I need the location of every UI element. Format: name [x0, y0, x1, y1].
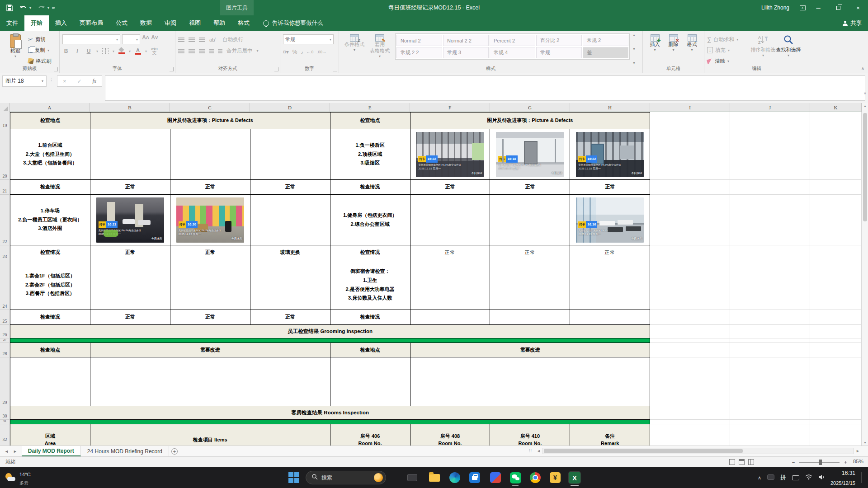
- row-header-21[interactable]: 21: [0, 180, 10, 195]
- ribbon-tab-7[interactable]: 审阅: [158, 15, 183, 31]
- underline-button[interactable]: U: [85, 48, 92, 54]
- cell-k25[interactable]: [810, 310, 862, 325]
- cell-i20[interactable]: [650, 129, 730, 180]
- insert-cells-button[interactable]: ✚ 插入▾: [646, 33, 664, 66]
- cell-k20[interactable]: [810, 129, 862, 180]
- share-button[interactable]: 共享: [843, 15, 862, 31]
- photo-bluedoor[interactable]: 打卡16:22 贵州省贵阳市南明区 PA·PA商业综合体2025.12.15 星…: [576, 132, 644, 177]
- cell-e23[interactable]: 检查情况: [330, 245, 410, 260]
- cell-h25[interactable]: [570, 310, 650, 325]
- restore-button[interactable]: [828, 0, 848, 15]
- enter-icon[interactable]: ✓: [77, 78, 81, 84]
- cell-b24[interactable]: [90, 260, 170, 310]
- ribbon-tab-4[interactable]: 页面布局: [73, 15, 109, 31]
- conditional-formatting-button[interactable]: ≠ 条件格式▾: [342, 33, 367, 66]
- font-size-combo[interactable]: ▾: [122, 34, 140, 44]
- bold-button[interactable]: B: [62, 48, 70, 54]
- orientation-icon[interactable]: ab̸: [209, 37, 215, 42]
- cell-e25[interactable]: 检查情况: [330, 310, 410, 325]
- delete-cells-button[interactable]: ✕ 删除▾: [664, 33, 683, 66]
- photo-corridor[interactable]: 打卡16:18 贵州省贵阳市南明区 PA·PA商业综合体2025.12.15 星…: [496, 132, 564, 177]
- grow-font-icon[interactable]: A˄: [142, 34, 149, 44]
- font-color-icon[interactable]: A: [135, 48, 141, 55]
- taskbar-chrome[interactable]: [529, 471, 542, 484]
- zoom-slider[interactable]: [799, 462, 840, 463]
- cell-k26[interactable]: [810, 325, 862, 338]
- taskbar-excel[interactable]: X: [568, 471, 581, 484]
- cell-d21[interactable]: 正常: [250, 180, 330, 195]
- format-as-table-button[interactable]: ✎ 套用 表格格式▾: [367, 33, 392, 66]
- cell-d23[interactable]: 玻璃更换: [250, 245, 330, 260]
- formula-bar-collapse-icon[interactable]: ˅: [864, 91, 866, 96]
- cell-j32[interactable]: [730, 424, 810, 446]
- cell-style-option[interactable]: Normal 2 2: [443, 35, 489, 46]
- cell-h22-photo[interactable]: 打卡16:16 贵州省贵阳市南明区 PA·PA商业综合体2025.12.15 星…: [570, 195, 650, 245]
- ribbon-tab-6[interactable]: 数据: [134, 15, 158, 31]
- cell-g21[interactable]: 正常: [490, 180, 570, 195]
- format-cells-button[interactable]: ↔ 格式▾: [683, 33, 701, 66]
- wrap-text-button[interactable]: 自动换行: [222, 36, 243, 43]
- cell-c23[interactable]: 正常: [170, 245, 250, 260]
- cell-j21[interactable]: [730, 180, 810, 195]
- cell-a22[interactable]: 1.停车场 2.负一楼员工区域（更衣间） 3.酒店外围: [10, 195, 90, 245]
- cell-j29[interactable]: [730, 357, 810, 406]
- align-right-icon[interactable]: [199, 49, 205, 53]
- search-doodle-icon[interactable]: [374, 473, 383, 482]
- align-middle-icon[interactable]: [189, 38, 195, 42]
- column-header-I[interactable]: I: [650, 103, 730, 112]
- hscroll-left-icon[interactable]: ◄: [535, 449, 542, 453]
- vertical-scrollbar[interactable]: ▲ ▼: [862, 103, 868, 446]
- cell-j25[interactable]: [730, 310, 810, 325]
- cell-a21[interactable]: 检查情况: [10, 180, 90, 195]
- cell-k23[interactable]: [810, 245, 862, 260]
- cell-f28-merged[interactable]: 需要改进: [410, 343, 651, 357]
- cell-d20[interactable]: [250, 129, 330, 180]
- cell-a30-merged[interactable]: 客房检查结果 Rooms Inspection: [10, 406, 650, 420]
- cell-a27-merged[interactable]: [10, 338, 650, 343]
- cell-j26[interactable]: [730, 325, 810, 338]
- cell-d22[interactable]: [250, 195, 330, 245]
- row-header-31[interactable]: 31: [0, 420, 10, 424]
- cell-b19-merged[interactable]: 图片及待改进事项：Picture & Defects: [90, 112, 330, 129]
- cell-style-option[interactable]: 百分比 2: [536, 35, 582, 46]
- cell-style-option[interactable]: 常规 2: [583, 35, 628, 46]
- ribbon-tab-3[interactable]: 插入: [49, 15, 73, 31]
- scroll-down-icon[interactable]: ▼: [863, 441, 867, 444]
- user-name[interactable]: Lilith Zhong: [761, 5, 789, 11]
- cell-b20[interactable]: [90, 129, 170, 180]
- cell-i28[interactable]: [650, 343, 730, 357]
- cell-h32[interactable]: 备注 Remark: [570, 424, 650, 446]
- cell-style-option[interactable]: Percent 2: [490, 35, 535, 46]
- cell-k30[interactable]: [810, 406, 862, 420]
- cell-c24[interactable]: [170, 260, 250, 310]
- vertical-scroll-thumb[interactable]: [863, 113, 867, 221]
- cell-i26[interactable]: [650, 325, 730, 338]
- align-top-icon[interactable]: [178, 38, 184, 42]
- row-header-19[interactable]: 19: [0, 112, 10, 129]
- cell-a20[interactable]: 1.前台区域 2.大堂（包括卫生间） 3.大堂吧（包括备餐间）: [10, 129, 90, 180]
- cell-k27[interactable]: [810, 338, 862, 343]
- horizontal-scrollbar[interactable]: [542, 448, 854, 454]
- number-format-combo[interactable]: 常规▾: [283, 34, 334, 44]
- taskbar-finance-app[interactable]: ¥: [549, 471, 561, 484]
- cell-e28[interactable]: 检查地点: [330, 343, 410, 357]
- cell-e32[interactable]: 房号 406 Room No.: [330, 424, 410, 446]
- cell-f29-merged[interactable]: [410, 357, 651, 406]
- cell-i30[interactable]: [650, 406, 730, 420]
- shrink-font-icon[interactable]: A˅: [151, 34, 158, 44]
- sheet-tab-daily-mod-report[interactable]: Daily MOD Report: [22, 446, 81, 456]
- cell-e22[interactable]: 1.健身房（包括更衣间） 2.综合办公室区域: [330, 195, 410, 245]
- zoom-percent[interactable]: 85%: [853, 459, 863, 464]
- cell-f19-merged[interactable]: 图片及待改进事项：Picture & Defects: [410, 112, 651, 129]
- tray-monitor-icon[interactable]: [767, 474, 774, 482]
- formula-input[interactable]: [105, 75, 865, 101]
- zoom-control[interactable]: − ＋: [792, 459, 848, 465]
- photo-backarea[interactable]: 打卡16:22 贵州省贵阳市南明区 PA·PA商业综合体2025.12.15 星…: [416, 132, 484, 177]
- cell-f20-photo[interactable]: 打卡16:22 贵州省贵阳市南明区 PA·PA商业综合体2025.12.15 星…: [410, 129, 491, 180]
- row-header-29[interactable]: 29: [0, 357, 10, 406]
- tray-expand-icon[interactable]: ∧: [758, 475, 761, 481]
- cell-c22-photo[interactable]: 打卡16:20 贵州省贵阳市南明区 PA·PA商业综合体2025.12.15 星…: [170, 195, 250, 245]
- undo-button[interactable]: [19, 5, 27, 11]
- cell-f25[interactable]: [410, 310, 491, 325]
- align-bottom-icon[interactable]: [199, 38, 205, 42]
